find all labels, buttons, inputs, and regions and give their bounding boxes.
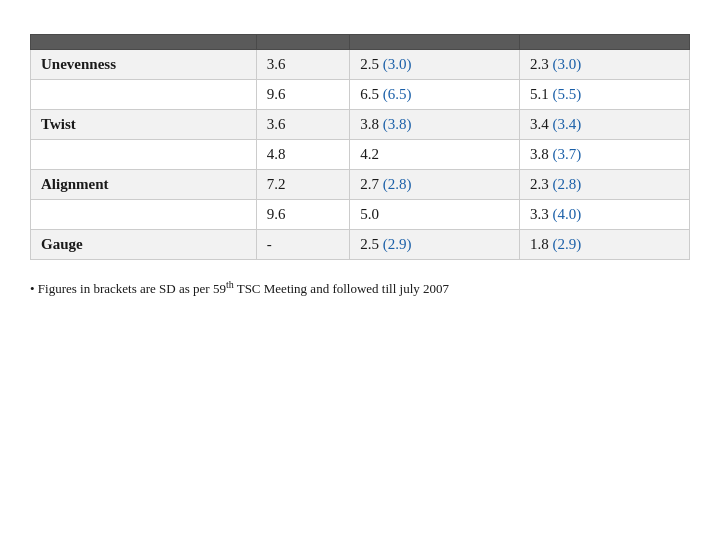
cell-chord: 4.8 <box>256 140 349 170</box>
table-row: Alignment7.22.7 (2.8)2.3 (2.8) <box>31 170 690 200</box>
page: Unevenness3.62.5 (3.0)2.3 (3.0)9.66.5 (6… <box>0 0 720 540</box>
col-header-up110 <box>350 35 520 50</box>
tolerance-table: Unevenness3.62.5 (3.0)2.3 (3.0)9.66.5 (6… <box>30 34 690 260</box>
cell-chord: 3.6 <box>256 110 349 140</box>
col-header-gt110 <box>520 35 690 50</box>
cell-chord: 7.2 <box>256 170 349 200</box>
cell-col4: 3.8 (3.7) <box>520 140 690 170</box>
cell-chord: 9.6 <box>256 200 349 230</box>
cell-col4: 5.1 (5.5) <box>520 80 690 110</box>
table-row: 4.84.23.8 (3.7) <box>31 140 690 170</box>
cell-col4: 1.8 (2.9) <box>520 230 690 260</box>
cell-chord: 3.6 <box>256 50 349 80</box>
cell-col3: 5.0 <box>350 200 520 230</box>
cell-col3: 4.2 <box>350 140 520 170</box>
cell-param <box>31 140 257 170</box>
cell-chord: - <box>256 230 349 260</box>
cell-param: Gauge <box>31 230 257 260</box>
cell-param: Unevenness <box>31 50 257 80</box>
cell-col3: 6.5 (6.5) <box>350 80 520 110</box>
cell-col4: 2.3 (3.0) <box>520 50 690 80</box>
cell-param <box>31 80 257 110</box>
cell-col4: 3.4 (3.4) <box>520 110 690 140</box>
footnote: • Figures in brackets are SD as per 59th… <box>30 278 690 299</box>
cell-param: Alignment <box>31 170 257 200</box>
col-header-parameter <box>31 35 257 50</box>
cell-col3: 2.5 (3.0) <box>350 50 520 80</box>
table-row: Twist3.63.8 (3.8)3.4 (3.4) <box>31 110 690 140</box>
cell-col3: 2.5 (2.9) <box>350 230 520 260</box>
table-row: 9.66.5 (6.5)5.1 (5.5) <box>31 80 690 110</box>
cell-param: Twist <box>31 110 257 140</box>
table-row: Unevenness3.62.5 (3.0)2.3 (3.0) <box>31 50 690 80</box>
cell-col4: 3.3 (4.0) <box>520 200 690 230</box>
table-row: 9.65.03.3 (4.0) <box>31 200 690 230</box>
table-row: Gauge-2.5 (2.9)1.8 (2.9) <box>31 230 690 260</box>
cell-chord: 9.6 <box>256 80 349 110</box>
cell-col3: 2.7 (2.8) <box>350 170 520 200</box>
cell-col3: 3.8 (3.8) <box>350 110 520 140</box>
col-header-chord <box>256 35 349 50</box>
cell-param <box>31 200 257 230</box>
cell-col4: 2.3 (2.8) <box>520 170 690 200</box>
